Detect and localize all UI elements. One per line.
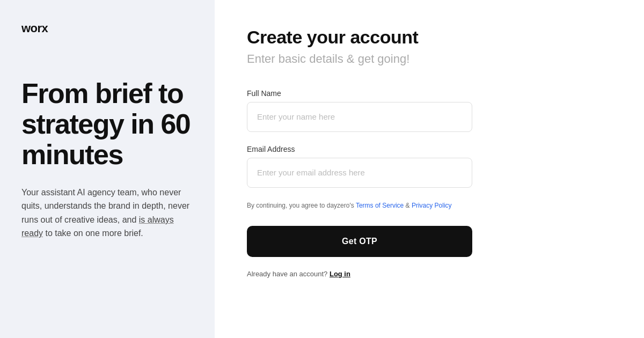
full-name-input[interactable] xyxy=(247,102,472,132)
headline: From brief to strategy in 60 minutes xyxy=(21,78,193,171)
login-text: Already have an account? Log in xyxy=(247,270,612,278)
terms-text: By continuing, you agree to dayzero's Te… xyxy=(247,201,472,211)
subtext: Your assistant AI agency team, who never… xyxy=(21,186,193,240)
form-subtitle: Enter basic details & get going! xyxy=(247,51,612,68)
full-name-group: Full Name xyxy=(247,89,612,132)
login-link[interactable]: Log in xyxy=(330,270,350,278)
left-panel: worx From brief to strategy in 60 minute… xyxy=(0,0,215,338)
get-otp-button[interactable]: Get OTP xyxy=(247,226,472,257)
login-prefix: Already have an account? xyxy=(247,270,330,278)
terms-prefix: By continuing, you agree to dayzero's xyxy=(247,202,356,209)
form-title: Create your account xyxy=(247,27,612,48)
email-group: Email Address xyxy=(247,145,612,188)
email-input[interactable] xyxy=(247,158,472,188)
subtext-emphasis: is always ready xyxy=(21,215,174,238)
privacy-policy-link[interactable]: Privacy Policy xyxy=(412,202,452,209)
logo: worx xyxy=(21,21,193,35)
terms-between: & xyxy=(404,202,412,209)
right-panel: Create your account Enter basic details … xyxy=(215,0,644,338)
email-label: Email Address xyxy=(247,145,612,153)
full-name-label: Full Name xyxy=(247,89,612,98)
terms-of-service-link[interactable]: Terms of Service xyxy=(356,202,404,209)
